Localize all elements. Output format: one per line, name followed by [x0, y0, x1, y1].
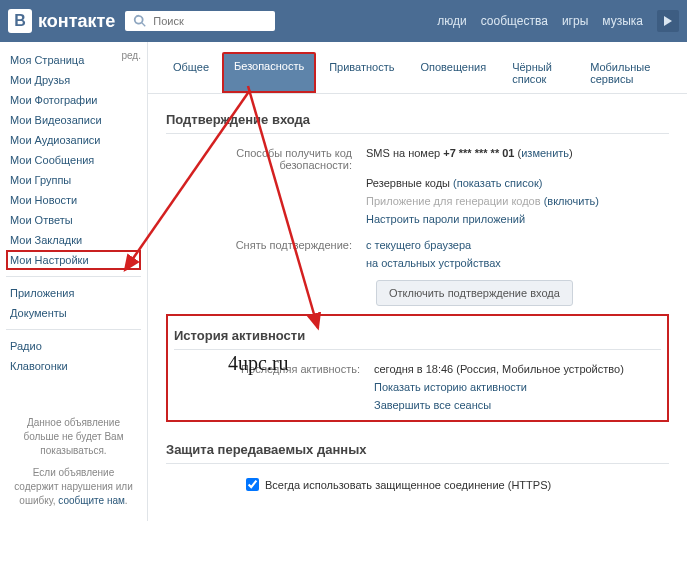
sidebar-item-klavogonki[interactable]: Клавогонки: [6, 356, 141, 376]
sidebar-ad: Данное объявление больше не будет Вам по…: [6, 416, 141, 508]
section-title: Подтверждение входа: [166, 106, 669, 134]
tab-general[interactable]: Общее: [160, 52, 222, 93]
change-phone-link[interactable]: изменить: [521, 147, 569, 159]
enable-app-link[interactable]: (включить): [544, 195, 599, 207]
sidebar-item-radio[interactable]: Радио: [6, 336, 141, 356]
sidebar-item-groups[interactable]: Мои Группы: [6, 170, 141, 190]
show-history-link[interactable]: Показать историю активности: [374, 381, 527, 393]
main-content: Общее Безопасность Приватность Оповещени…: [148, 42, 687, 521]
end-sessions-link[interactable]: Завершить все сеансы: [374, 399, 491, 411]
top-nav: люди сообщества игры музыка: [437, 10, 679, 32]
sidebar-item-documents[interactable]: Документы: [6, 303, 141, 323]
top-header: B контакте люди сообщества игры музыка: [0, 0, 687, 42]
last-activity-value: сегодня в 18:46 (Россия, Мобильное устро…: [374, 363, 661, 375]
section-login-confirmation: Подтверждение входа Способы получить код…: [166, 106, 669, 314]
sidebar-item-audio[interactable]: Мои Аудиозаписи: [6, 130, 141, 150]
sidebar-item-news[interactable]: Мои Новости: [6, 190, 141, 210]
section-title: История активности: [174, 322, 661, 350]
remove-other-devices-link[interactable]: на остальных устройствах: [366, 257, 501, 269]
section-title: Защита передаваемых данных: [166, 436, 669, 464]
sidebar-item-apps[interactable]: Приложения: [6, 283, 141, 303]
sidebar-item-answers[interactable]: Мои Ответы: [6, 210, 141, 230]
sidebar: ред. Моя Страница Мои Друзья Мои Фотогра…: [0, 42, 148, 521]
tab-notifications[interactable]: Оповещения: [407, 52, 499, 93]
logo-icon: B: [8, 9, 32, 33]
edit-link[interactable]: ред.: [121, 50, 141, 61]
tab-blacklist[interactable]: Чёрный список: [499, 52, 577, 93]
search-icon: [133, 14, 147, 28]
row-label: Снять подтверждение:: [166, 239, 366, 251]
sidebar-item-settings[interactable]: Мои Настройки: [6, 250, 141, 270]
section-activity-history: История активности 4upc.ru Последняя акт…: [166, 314, 669, 422]
backup-codes-link[interactable]: (показать список): [453, 177, 542, 189]
app-passwords-link[interactable]: Настроить пароли приложений: [366, 213, 525, 225]
tab-mobile[interactable]: Мобильные сервисы: [577, 52, 675, 93]
play-button[interactable]: [657, 10, 679, 32]
sidebar-item-photos[interactable]: Мои Фотографии: [6, 90, 141, 110]
nav-communities[interactable]: сообщества: [481, 14, 548, 28]
row-label: Способы получить код безопасности:: [166, 147, 366, 171]
tab-security[interactable]: Безопасность: [222, 52, 316, 93]
tabs: Общее Безопасность Приватность Оповещени…: [148, 42, 687, 94]
ad-report-link[interactable]: сообщите нам: [58, 495, 125, 506]
nav-music[interactable]: музыка: [602, 14, 643, 28]
logo-text: контакте: [38, 11, 115, 32]
sidebar-item-videos[interactable]: Мои Видеозаписи: [6, 110, 141, 130]
play-icon: [663, 16, 673, 26]
sidebar-item-messages[interactable]: Мои Сообщения: [6, 150, 141, 170]
nav-games[interactable]: игры: [562, 14, 588, 28]
logo[interactable]: B контакте: [8, 9, 115, 33]
disable-confirmation-button[interactable]: Отключить подтверждение входа: [376, 280, 573, 306]
remove-current-browser-link[interactable]: с текущего браузера: [366, 239, 471, 251]
search-box[interactable]: [125, 11, 275, 31]
https-checkbox[interactable]: [246, 478, 259, 491]
https-label: Всегда использовать защищенное соединени…: [265, 479, 551, 491]
nav-people[interactable]: люди: [437, 14, 466, 28]
search-input[interactable]: [153, 15, 253, 27]
row-label: Последняя активность:: [174, 363, 374, 375]
sidebar-item-bookmarks[interactable]: Мои Закладки: [6, 230, 141, 250]
tab-privacy[interactable]: Приватность: [316, 52, 407, 93]
sidebar-item-friends[interactable]: Мои Друзья: [6, 70, 141, 90]
section-https: Защита передаваемых данных Всегда исполь…: [166, 436, 669, 501]
